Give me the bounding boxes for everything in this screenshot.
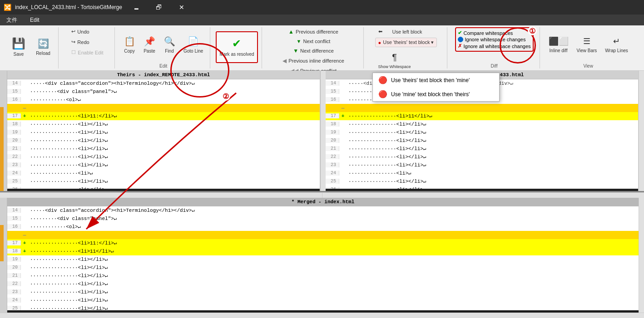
table-row: 22 ················<li></li>↵: [326, 153, 638, 161]
merged-vscroll[interactable]: [639, 198, 644, 313]
view-bars-button[interactable]: ☰ View Bars: [574, 29, 600, 60]
copy-paste-buttons: 📋 Copy 📌 Paste 🔍 Find 📄 Goto Line: [120, 27, 206, 62]
ignore-whitespace-changes-btn[interactable]: Ignore whitespace changes: [458, 37, 531, 42]
table-row: 18 ················<li></li>↵: [7, 120, 320, 128]
table-row: —: [7, 104, 320, 112]
table-row: 22 ················<li></li>↵: [7, 153, 320, 161]
table-row: 19 ················<li></li>↵: [326, 128, 638, 137]
save-button[interactable]: 💾 Save: [7, 31, 30, 63]
table-row: 18 + ················<li>11</li>↵: [7, 247, 639, 255]
window-controls: 🗕 🗗 ✕: [126, 0, 192, 15]
table-row: 26 ················<li></li>↵: [7, 186, 320, 189]
show-whitespace-button[interactable]: ¶ Show Whitespace: [375, 49, 414, 72]
context-dropdown: 🔴 Use 'theirs' text block then 'mine' 🔴 …: [372, 73, 500, 102]
title-bar-title: index_LOCAL_2433.html - TortoiseGitMerge: [15, 4, 122, 10]
redo-button[interactable]: ↪ Redo: [68, 38, 92, 46]
left-arrow-btn[interactable]: ⬅: [375, 27, 386, 36]
diff-options-box: ✔ Compare whitespaces Ignore whitespace …: [455, 27, 534, 52]
table-row: 25 ················<li></li>↵: [7, 304, 639, 310]
title-bar: 🔀 index_LOCAL_2433.html - TortoiseGitMer…: [0, 0, 644, 15]
goto-line-button[interactable]: 📄 Goto Line: [180, 29, 206, 60]
table-row: 24 ················<li>↵: [7, 169, 320, 177]
table-row: 16 ············<ol>↵: [7, 223, 639, 231]
table-row: 14 ·····<div class="accordion"><h1>Termi…: [7, 79, 320, 88]
ignore-all-whitespace-btn[interactable]: ✗ Ignore all whitespace changes: [458, 43, 531, 49]
use-mine-then-theirs-item[interactable]: 🔴 Use 'mine' text block then 'theirs': [373, 87, 499, 101]
prev-diff-button[interactable]: ▲ Previous difference: [285, 27, 342, 36]
table-row: 20 ················<li></li>↵: [326, 137, 638, 145]
table-row: 19 ················<li></li>↵: [7, 128, 320, 137]
view-buttons: ⬛⬜ Inline diff ☰ View Bars ↵ Wrap Lines: [545, 27, 631, 62]
theirs-pane-body[interactable]: 14 ·····<div class="accordion"><h1>Termi…: [7, 79, 320, 189]
mark-as-resolved-button[interactable]: ✔ Mark as resolved: [216, 31, 258, 63]
use-theirs-then-mine-item[interactable]: 🔴 Use 'theirs' text block then 'mine': [373, 73, 499, 87]
table-row: 25 ················<li></li>↵: [326, 177, 638, 186]
redo-icon: ↪: [71, 39, 75, 45]
menu-edit[interactable]: Edit: [27, 16, 42, 24]
ribbon-group-mark-resolved: ✔ Mark as resolved: [212, 27, 262, 68]
enable-edit-button[interactable]: ☐ Enable Edit: [68, 48, 106, 57]
find-icon: 🔍: [164, 36, 175, 47]
x-icon: ✗: [458, 43, 462, 49]
theirs-then-mine-icon: 🔴: [378, 76, 387, 84]
paste-icon: 📌: [144, 36, 155, 47]
merged-pane-header: * Merged - index.html: [7, 198, 639, 206]
menu-bar: 文件 Edit: [0, 15, 644, 25]
use-left-block-button[interactable]: Use left block: [389, 28, 426, 36]
diff-label: Diff: [491, 62, 498, 68]
table-row: 22 ················<li></li>↵: [7, 280, 639, 288]
prev-diff-icon: ▲: [288, 29, 294, 35]
prev-inline-icon: ◀: [282, 58, 287, 64]
mark-resolved-btns: ✔ Mark as resolved: [216, 27, 258, 67]
table-row: 17 + ················<li>11:</li>↵: [7, 239, 639, 247]
merged-hscroll[interactable]: [0, 313, 644, 318]
merged-pane: * Merged - index.html 14 ·····<div class…: [7, 198, 639, 313]
menu-file[interactable]: 文件: [4, 15, 20, 25]
compare-whitespace-btn[interactable]: ✔ Compare whitespaces: [458, 30, 531, 36]
next-diff-button[interactable]: ▼ Next difference: [290, 46, 337, 55]
use-theirs-label: Use 'theirs' text block ▾: [383, 39, 434, 45]
table-row: 24 ················<li></li>↵: [7, 296, 639, 304]
checkmark-icon: ✔: [232, 37, 241, 50]
edit-buttons: ↩ Undo ↪ Redo ☐ Enable Edit: [68, 27, 106, 67]
table-row: 21 ················<li></li>↵: [326, 145, 638, 153]
find-button[interactable]: 🔍 Find: [160, 29, 178, 60]
table-row: —: [326, 104, 638, 112]
table-row: 21 ················<li></li>↵: [7, 272, 639, 280]
ribbon-group-view: ⬛⬜ Inline diff ☰ View Bars ↵ Wrap Lines …: [542, 27, 635, 68]
top-hscroll[interactable]: [0, 192, 644, 198]
undo-button[interactable]: ↩ Undo: [68, 27, 92, 36]
top-vscroll[interactable]: [320, 71, 326, 191]
paste-button[interactable]: 📌 Paste: [140, 29, 159, 60]
right-vscroll[interactable]: [639, 71, 644, 191]
save-reload-buttons: 💾 Save 🔄 Reload: [7, 27, 54, 67]
inline-diff-button[interactable]: ⬛⬜ Inline diff: [545, 29, 572, 60]
theirs-pane-header: Theirs - index_REMOTE_2433.html: [7, 71, 320, 79]
ribbon: 💾 Save 🔄 Reload ↩ Undo: [0, 25, 644, 71]
table-row: 23 ················<li></li>↵: [7, 161, 320, 169]
merged-pane-body[interactable]: 14 ·····<div class="accordion"><h1>Termi…: [7, 206, 639, 310]
ribbon-group-blocks: ⬅ Use left block ● Use 'theirs' text blo…: [366, 27, 447, 68]
table-row: 17 + ················<li>11:</li>↵: [7, 112, 320, 120]
table-row: 20 ················<li></li>↵: [7, 264, 639, 272]
left-arrow-icon: ⬅: [378, 29, 382, 34]
table-row: 14 ·····<div class="accordion"><h1>Termi…: [7, 206, 639, 215]
next-conflict-button[interactable]: ▼ Next conflict: [293, 37, 334, 45]
radio-checked-icon: [458, 37, 463, 42]
prev-inline-diff-button[interactable]: ◀ Previous inline difference: [279, 56, 347, 65]
edit-group-label3: Edit: [159, 62, 167, 68]
use-theirs-block-button[interactable]: ● Use 'theirs' text block ▾: [375, 38, 437, 47]
view-bars-icon: ☰: [583, 36, 590, 46]
table-row: 15 ·········<div class="panel">↵: [7, 88, 320, 96]
ribbon-group-savereload: 💾 Save 🔄 Reload: [4, 27, 59, 68]
restore-button[interactable]: 🗗: [149, 0, 169, 15]
table-row: 25 ················<li></li>↵: [7, 177, 320, 186]
table-row: —: [7, 231, 639, 239]
close-button[interactable]: ✕: [171, 0, 192, 15]
check-icon: ✔: [458, 30, 462, 36]
theirs-pane: Theirs - index_REMOTE_2433.html 14 ·····…: [7, 71, 320, 191]
copy-button[interactable]: 📋 Copy: [120, 29, 139, 60]
wrap-lines-button[interactable]: ↵ Wrap Lines: [602, 29, 631, 60]
reload-button[interactable]: 🔄 Reload: [32, 31, 54, 63]
minimize-button[interactable]: 🗕: [126, 0, 147, 15]
